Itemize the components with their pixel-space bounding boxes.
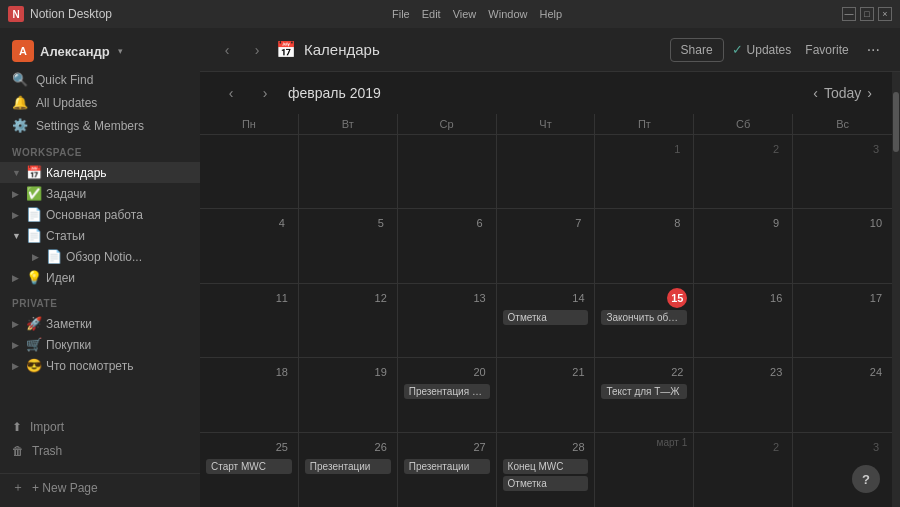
expand-icon: ▶ [12,189,22,199]
favorite-button[interactable]: Favorite [799,39,854,61]
calendar-cell-w1d1[interactable]: 5 [299,209,398,282]
calendar-cell-w1d6[interactable]: 10 [793,209,892,282]
menu-edit[interactable]: Edit [422,8,441,20]
more-options-button[interactable]: ··· [863,37,884,63]
calendar-cell-w0d1[interactable] [299,135,398,208]
day-number: 24 [866,362,886,382]
calendar-cell-w2d0[interactable]: 11 [200,284,299,357]
calendar-cell-w3d4[interactable]: 22Текст для Т—Ж [595,358,694,431]
march-label: март 1 [657,437,688,448]
menu-help[interactable]: Help [539,8,562,20]
calendar-week-1: 45678910 [200,209,892,283]
new-page-button[interactable]: ＋ + New Page [0,473,200,501]
sidebar-item-quick-find[interactable]: 🔍 Quick Find [0,68,200,91]
sidebar-item-calendar[interactable]: ▼ 📅 Календарь [0,162,200,183]
sidebar-item-all-updates[interactable]: 🔔 All Updates [0,91,200,114]
calendar-event[interactable]: Презентация S... [404,384,490,399]
calendar-event[interactable]: Отметка [503,476,589,491]
scrollbar[interactable] [892,72,900,507]
calendar: ‹ › февраль 2019 ‹ Today › Пн Вт Ср [200,72,892,507]
scrollbar-thumb[interactable] [893,92,899,152]
checkmark-icon: ✅ [26,186,42,201]
menu-window[interactable]: Window [488,8,527,20]
calendar-cell-w3d5[interactable]: 23 [694,358,793,431]
calendar-cell-w2d1[interactable]: 12 [299,284,398,357]
sidebar-item-shopping[interactable]: ▶ 🛒 Покупки [0,334,200,355]
calendar-event[interactable]: Старт MWC [206,459,292,474]
calendar-event[interactable]: Отметка [503,310,589,325]
close-button[interactable]: × [878,7,892,21]
import-button[interactable]: ⬆ Import [0,415,200,439]
calendar-cell-w3d6[interactable]: 24 [793,358,892,431]
calendar-cell-w1d4[interactable]: 8 [595,209,694,282]
back-button[interactable]: ‹ [216,39,238,61]
today-button[interactable]: ‹ Today › [813,85,872,101]
calendar-cell-w2d3[interactable]: 14Отметка [497,284,596,357]
calendar-cell-w1d0[interactable]: 4 [200,209,299,282]
day-number: 22 [667,362,687,382]
sidebar-item-notion-review[interactable]: ▶ 📄 Обзор Notio... [0,246,200,267]
sidebar-item-label: Что посмотреть [46,359,133,373]
next-month-button[interactable]: › [254,82,276,104]
expand-icon: ▶ [12,340,22,350]
checkmark-icon: ✓ [732,42,743,57]
calendar-event[interactable]: Презентации [404,459,490,474]
calendar-cell-w0d6[interactable]: 3 [793,135,892,208]
sidebar-item-label: Задачи [46,187,86,201]
calendar-week-2: 11121314Отметка15Закончить обзо...1617 [200,284,892,358]
maximize-button[interactable]: □ [860,7,874,21]
sidebar-item-watchlist[interactable]: ▶ 😎 Что посмотреть [0,355,200,376]
sidebar-item-articles[interactable]: ▼ 📄 Статьи [0,225,200,246]
calendar-cell-w4d1[interactable]: 26Презентации [299,433,398,507]
calendar-cell-w4d3[interactable]: 28Конец MWCОтметка [497,433,596,507]
calendar-cell-w0d0[interactable] [200,135,299,208]
minimize-button[interactable]: — [842,7,856,21]
titlebar-menu: File Edit View Window Help [392,8,562,20]
updates-button[interactable]: ✓ Updates [732,42,792,57]
user-profile[interactable]: А Александр ▾ [0,34,200,68]
forward-button[interactable]: › [246,39,268,61]
sidebar-item-tasks[interactable]: ▶ ✅ Задачи [0,183,200,204]
calendar-cell-w4d0[interactable]: 25Старт MWC [200,433,299,507]
calendar-cell-w4d5[interactable]: 2 [694,433,793,507]
menu-file[interactable]: File [392,8,410,20]
avatar: А [12,40,34,62]
calendar-cell-w2d2[interactable]: 13 [398,284,497,357]
calendar-event[interactable]: Закончить обзо... [601,310,687,325]
day-number: 12 [371,288,391,308]
sidebar-item-notes[interactable]: ▶ 🚀 Заметки [0,313,200,334]
trash-button[interactable]: 🗑 Trash [0,439,200,463]
calendar-cell-w2d4[interactable]: 15Закончить обзо... [595,284,694,357]
calendar-cell-w2d6[interactable]: 17 [793,284,892,357]
day-number: 20 [470,362,490,382]
sidebar-item-ideas[interactable]: ▶ 💡 Идеи [0,267,200,288]
calendar-cell-w4d2[interactable]: 27Презентации [398,433,497,507]
calendar-cell-w0d3[interactable] [497,135,596,208]
calendar-cell-w4d4[interactable]: март 1 [595,433,694,507]
calendar-cell-w0d2[interactable] [398,135,497,208]
share-button[interactable]: Share [670,38,724,62]
calendar-cell-w3d1[interactable]: 19 [299,358,398,431]
calendar-cell-w0d5[interactable]: 2 [694,135,793,208]
menu-view[interactable]: View [453,8,477,20]
calendar-event[interactable]: Презентации [305,459,391,474]
calendar-cell-w3d0[interactable]: 18 [200,358,299,431]
idea-icon: 💡 [26,270,42,285]
calendar-cell-w1d5[interactable]: 9 [694,209,793,282]
day-number: 19 [371,362,391,382]
calendar-cell-w2d5[interactable]: 16 [694,284,793,357]
calendar-cell-w1d3[interactable]: 7 [497,209,596,282]
document-icon: 📄 [46,249,62,264]
prev-month-button[interactable]: ‹ [220,82,242,104]
calendar-event[interactable]: Текст для Т—Ж [601,384,687,399]
calendar-event[interactable]: Конец MWC [503,459,589,474]
calendar-cell-w3d3[interactable]: 21 [497,358,596,431]
calendar-cell-w3d2[interactable]: 20Презентация S... [398,358,497,431]
calendar-cell-w1d2[interactable]: 6 [398,209,497,282]
sidebar-item-label: Покупки [46,338,91,352]
search-icon: 🔍 [12,72,28,87]
sidebar-item-settings[interactable]: ⚙️ Settings & Members [0,114,200,137]
help-button[interactable]: ? [852,465,880,493]
calendar-cell-w0d4[interactable]: 1 [595,135,694,208]
sidebar-item-main-work[interactable]: ▶ 📄 Основная работа [0,204,200,225]
